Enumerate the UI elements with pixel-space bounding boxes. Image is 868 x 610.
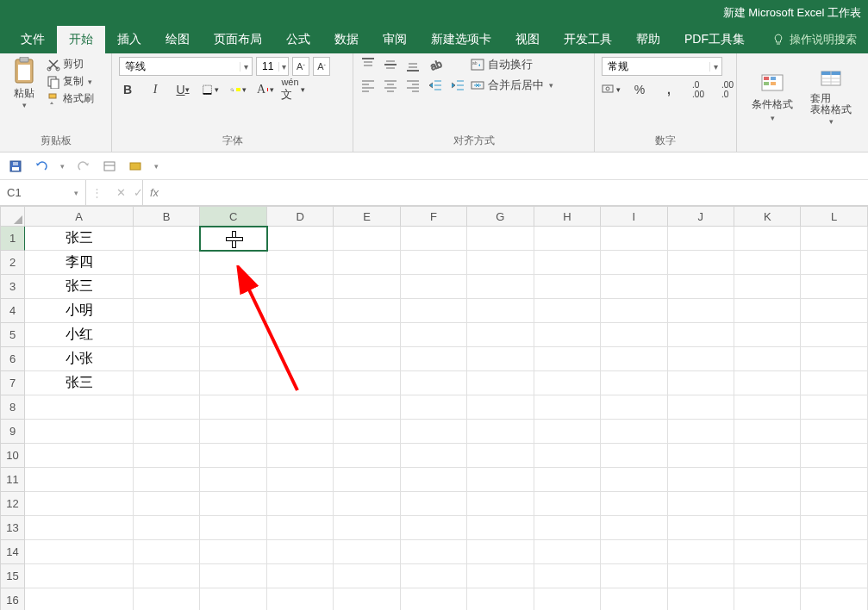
align-bottom-icon[interactable] <box>405 57 421 72</box>
shrink-font-button[interactable]: Aˇ <box>313 57 330 76</box>
tab-审阅[interactable]: 审阅 <box>371 26 419 53</box>
cell-A1[interactable]: 张三 <box>25 227 134 251</box>
col-header-C[interactable]: C <box>200 206 266 227</box>
conditional-format-button[interactable]: 条件格式▾ <box>749 72 796 122</box>
italic-button[interactable]: I <box>147 81 164 98</box>
cell-B5[interactable] <box>134 323 200 347</box>
cell-H5[interactable] <box>534 323 601 347</box>
col-header-B[interactable]: B <box>134 206 200 227</box>
cell-G13[interactable] <box>467 516 534 540</box>
fx-icon[interactable]: fx <box>142 180 165 205</box>
cell-C3[interactable] <box>200 275 266 299</box>
font-color-button[interactable]: A▾ <box>257 81 274 98</box>
cell-A15[interactable] <box>25 564 134 588</box>
cell-B16[interactable] <box>134 588 200 610</box>
cell-L7[interactable] <box>801 371 867 395</box>
cell-I3[interactable] <box>601 275 667 299</box>
cell-L5[interactable] <box>801 323 867 347</box>
cell-H4[interactable] <box>534 299 601 323</box>
cell-H14[interactable] <box>534 540 601 564</box>
cell-I9[interactable] <box>601 420 667 444</box>
cell-A5[interactable]: 小红 <box>25 323 134 347</box>
fill-color-button[interactable]: ▾ <box>229 81 247 98</box>
indent-decrease-button[interactable] <box>428 78 443 93</box>
cell-D5[interactable] <box>267 323 334 347</box>
cell-J8[interactable] <box>668 395 734 420</box>
cell-C12[interactable] <box>200 492 266 516</box>
cell-E10[interactable] <box>334 444 400 468</box>
cell-D16[interactable] <box>267 588 334 610</box>
cell-G9[interactable] <box>467 420 534 444</box>
copy-button[interactable]: 复制▾ <box>47 74 94 89</box>
cell-F1[interactable] <box>401 227 467 251</box>
cell-J11[interactable] <box>668 468 734 492</box>
cell-H12[interactable] <box>534 492 601 516</box>
merge-center-button[interactable]: 合并后居中▾ <box>471 78 553 93</box>
cancel-icon[interactable]: ✕ <box>108 186 125 199</box>
wrap-text-button[interactable]: ab 自动换行 <box>471 57 553 72</box>
cell-L3[interactable] <box>801 275 867 299</box>
cell-G2[interactable] <box>467 251 534 275</box>
cell-J7[interactable] <box>668 371 734 395</box>
cell-I16[interactable] <box>601 588 667 610</box>
cell-H8[interactable] <box>534 395 601 420</box>
cell-K16[interactable] <box>734 588 801 610</box>
col-header-H[interactable]: H <box>534 206 601 227</box>
redo-button[interactable] <box>77 159 91 173</box>
row-header-8[interactable]: 8 <box>0 395 25 420</box>
cell-I8[interactable] <box>601 395 667 420</box>
cell-G11[interactable] <box>467 468 534 492</box>
cell-G10[interactable] <box>467 444 534 468</box>
col-header-A[interactable]: A <box>25 206 134 227</box>
cell-H1[interactable] <box>534 227 601 251</box>
cell-H13[interactable] <box>534 516 601 540</box>
cell-A14[interactable] <box>25 540 134 564</box>
cell-K7[interactable] <box>734 371 801 395</box>
cell-F2[interactable] <box>401 251 467 275</box>
row-header-9[interactable]: 9 <box>0 420 25 444</box>
decrease-decimal-button[interactable]: .00.0 <box>719 81 736 98</box>
cell-K4[interactable] <box>734 299 801 323</box>
align-middle-icon[interactable] <box>383 57 398 72</box>
cell-D15[interactable] <box>267 564 334 588</box>
cell-K11[interactable] <box>734 468 801 492</box>
cell-B7[interactable] <box>134 371 200 395</box>
tab-开始[interactable]: 开始 <box>57 26 105 53</box>
format-as-table-button[interactable]: 套用 表格格式▾ <box>808 67 854 126</box>
accounting-format-button[interactable]: ▾ <box>602 81 619 98</box>
tab-插入[interactable]: 插入 <box>105 26 153 53</box>
cell-C16[interactable] <box>200 588 266 610</box>
cell-L13[interactable] <box>801 516 867 540</box>
cell-E5[interactable] <box>334 323 400 347</box>
cell-D2[interactable] <box>267 251 334 275</box>
cell-K5[interactable] <box>734 323 801 347</box>
cell-J4[interactable] <box>668 299 734 323</box>
cell-J16[interactable] <box>668 588 734 610</box>
cell-F16[interactable] <box>401 588 467 610</box>
cell-E3[interactable] <box>334 275 400 299</box>
cell-G5[interactable] <box>467 323 534 347</box>
cell-L2[interactable] <box>801 251 867 275</box>
row-header-3[interactable]: 3 <box>0 275 25 299</box>
qat-button-2[interactable] <box>128 159 142 173</box>
paste-button[interactable]: 粘贴 ▾ <box>7 57 41 109</box>
cell-C4[interactable] <box>200 299 266 323</box>
row-header-12[interactable]: 12 <box>0 492 25 516</box>
tell-me[interactable]: 操作说明搜索 <box>772 26 857 53</box>
cell-I6[interactable] <box>601 347 667 371</box>
cell-E13[interactable] <box>334 516 400 540</box>
cell-A9[interactable] <box>25 420 134 444</box>
increase-decimal-button[interactable]: .0.00 <box>690 81 707 98</box>
cell-I14[interactable] <box>601 540 667 564</box>
cell-L9[interactable] <box>801 420 867 444</box>
select-all-corner[interactable] <box>0 206 25 227</box>
cell-K15[interactable] <box>734 564 801 588</box>
cell-L12[interactable] <box>801 492 867 516</box>
cell-H16[interactable] <box>534 588 601 610</box>
cell-E1[interactable] <box>334 227 400 251</box>
cell-G3[interactable] <box>467 275 534 299</box>
cell-A12[interactable] <box>25 492 134 516</box>
qat-button-1[interactable] <box>103 159 116 173</box>
tab-PDF工具集[interactable]: PDF工具集 <box>672 26 757 53</box>
align-right-icon[interactable] <box>405 78 421 93</box>
